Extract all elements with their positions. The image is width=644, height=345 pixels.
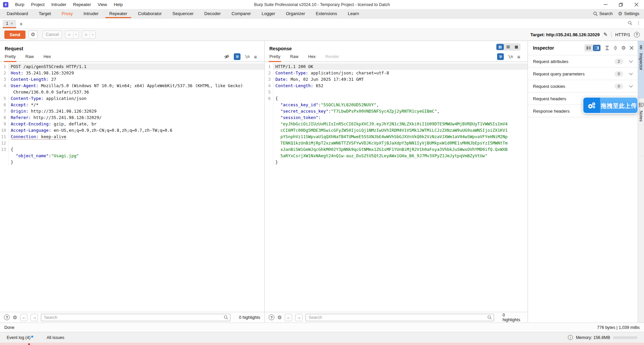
next-match-button[interactable]: → [295,314,303,321]
restore-button[interactable] [613,0,629,9]
expand-all-icon[interactable] [605,46,609,50]
repeater-tab-1[interactable]: 1 × [3,20,16,28]
request-tab-raw[interactable]: Raw [25,52,34,61]
hide-eye-icon[interactable] [224,54,229,59]
upload-drop-overlay[interactable]: 拖拽至此上传 [583,97,638,114]
response-search-bar: ? ⚙ ← → 0 highlights [265,312,528,323]
show-newlines-toggle[interactable]: \n [245,54,250,59]
word-wrap-toggle[interactable] [234,53,240,60]
chevron-down-icon[interactable] [629,59,633,62]
menu-repeater[interactable]: Repeater [70,0,94,9]
main-tab-decoder[interactable]: Decoder [199,9,226,18]
prev-match-button[interactable]: ← [20,314,28,321]
main-tab-learn[interactable]: Learn [342,9,364,18]
search-settings-icon[interactable]: ⚙ [277,314,282,321]
inspector-section-request-cookies[interactable]: Request cookies0 [528,80,638,93]
minimize-button[interactable] [598,0,613,9]
editor-menu-icon[interactable]: ≡ [517,54,520,60]
rows-layout-button[interactable] [504,44,512,50]
main-tab-comparer[interactable]: Comparer [226,9,256,18]
count-badge: 0 [614,71,623,77]
dock-right-button[interactable] [593,45,600,51]
line-number: 1 [265,63,273,70]
settings-button[interactable]: ⚙ Settings [618,11,639,17]
help-icon[interactable]: ? [634,32,640,38]
line-number: 3 [0,76,9,82]
info-icon[interactable]: i [568,335,573,340]
word-wrap-toggle[interactable] [497,53,504,60]
code-line: 4Content-Length: 652 [265,82,528,89]
show-newlines-toggle[interactable]: \n [508,54,513,59]
inspector-section-request-query-parameters[interactable]: Request query parameters0 [528,68,638,80]
all-issues-button[interactable]: All issues [47,335,64,340]
close-window-button[interactable] [629,0,644,9]
strip-tab-notes[interactable]: Notes [638,99,644,156]
history-back-button[interactable]: < ▾ [65,31,79,39]
collapse-all-icon[interactable] [613,46,618,50]
code-line: 3Date: Mon, 02 Jun 2025 17:49:31 GMT [265,76,528,82]
request-search-input[interactable] [44,315,224,320]
tab-close-icon[interactable]: × [11,21,13,25]
single-layout-button[interactable] [513,44,520,50]
main-tab-logger[interactable]: Logger [256,9,280,18]
close-inspector-icon[interactable] [630,46,634,50]
response-tab-pretty[interactable]: Pretty [269,52,280,61]
inspector-settings-icon[interactable]: ⚙ [622,45,626,51]
help-icon[interactable]: ? [4,314,10,320]
response-tab-render[interactable]: Render [325,52,339,61]
send-settings-button[interactable]: ⚙ [29,31,38,39]
main-tab-extensions[interactable]: Extensions [311,9,343,18]
main-tab-organizer[interactable]: Organizer [280,9,310,18]
response-editor[interactable]: 1HTTP/1.1 200 OK2Content-Type: applicati… [265,62,528,312]
cancel-button[interactable]: Cancel [43,31,62,39]
request-tab-hex[interactable]: Hex [44,52,51,61]
response-search-input[interactable] [309,315,487,320]
main-tab-intruder[interactable]: Intruder [78,9,104,18]
line-number: 5 [265,89,273,95]
menu-help[interactable]: Help [110,0,126,9]
main-tab-collaborator[interactable]: Collaborator [132,9,167,18]
forward-dropdown-icon[interactable]: ▾ [90,31,95,39]
event-log-button[interactable]: Event log (4) [7,335,33,340]
send-button[interactable]: Send [4,31,25,39]
forward-arrow-icon[interactable]: > [82,31,90,39]
search-icon[interactable] [628,21,632,25]
inspector-section-request-attributes[interactable]: Request attributes2 [528,55,638,68]
response-metrics: 776 bytes | 1,039 millis [597,325,640,330]
request-editor[interactable]: 1POST /api/genSTSCreds HTTP/1.12Host: 35… [0,62,264,312]
http-version-selector[interactable]: HTTP/1 [615,32,630,37]
request-tab-pretty[interactable]: Pretty [5,52,16,61]
editor-menu-icon[interactable]: ≡ [254,54,257,60]
prev-match-button[interactable]: ← [285,314,292,321]
menu-project[interactable]: Project [28,0,48,9]
error-dot [28,343,30,345]
code-line: } [0,159,264,165]
chevron-down-icon[interactable] [629,83,633,87]
edit-target-icon[interactable]: ✎ [603,32,608,38]
columns-layout-button[interactable] [496,44,504,50]
main-tab-repeater[interactable]: Repeater [104,9,132,18]
line-number: 11 [0,133,9,140]
more-options-icon[interactable]: ⋮ [636,20,641,25]
search-settings-icon[interactable]: ⚙ [13,314,17,321]
chevron-down-icon[interactable] [629,71,633,75]
history-forward-button[interactable]: > ▾ [82,31,96,39]
code-line: pYSnphVz11SWpvaU1qQXhNaTB4TUMweE55SXNJbE… [265,133,528,140]
main-tab-dashboard[interactable]: Dashboard [1,9,34,18]
response-tab-raw[interactable]: Raw [290,52,299,61]
main-tab-target[interactable]: Target [34,9,56,18]
add-tab-button[interactable]: + [16,20,26,28]
back-arrow-icon[interactable]: < [65,31,73,39]
menu-view[interactable]: View [94,0,110,9]
menu-burp[interactable]: Burp [12,0,28,9]
dock-left-button[interactable] [585,45,592,51]
main-tab-sequencer[interactable]: Sequencer [167,9,199,18]
menu-intruder[interactable]: Intruder [48,0,70,9]
help-icon[interactable]: ? [269,314,274,320]
strip-tab-inspector[interactable]: Inspector [638,41,644,99]
back-dropdown-icon[interactable]: ▾ [73,31,78,39]
next-match-button[interactable]: → [31,314,38,321]
main-tab-proxy[interactable]: Proxy [56,9,78,18]
response-tab-hex[interactable]: Hex [308,52,316,61]
global-search-button[interactable]: Search [593,11,613,16]
